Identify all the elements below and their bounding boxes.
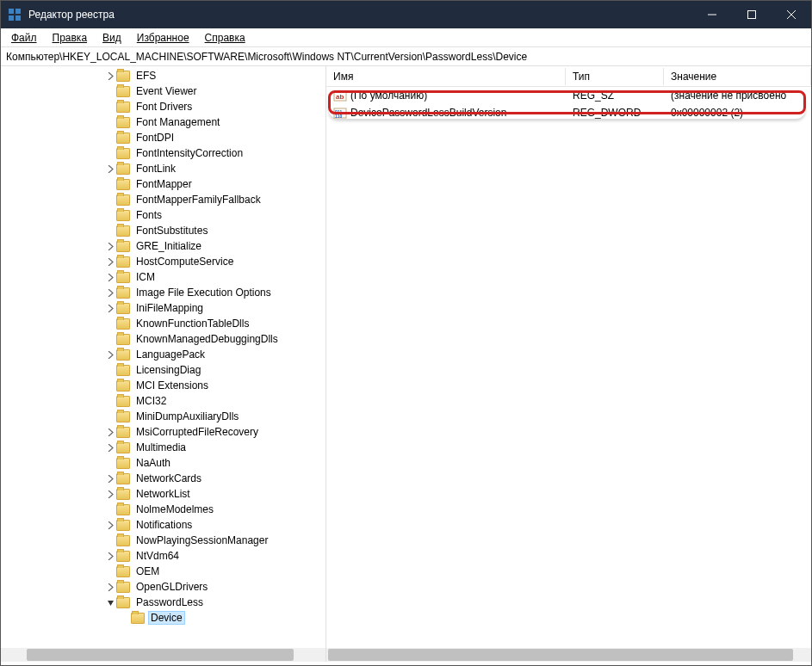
- folder-icon: [116, 458, 130, 469]
- folder-icon: [116, 241, 130, 252]
- chevron-right-icon[interactable]: [104, 289, 116, 297]
- tree-item[interactable]: FontMapper: [1, 176, 325, 192]
- tree-item[interactable]: MCI Extensions: [1, 378, 325, 393]
- tree-item[interactable]: MsiCorruptedFileRecovery: [1, 424, 325, 440]
- tree-item[interactable]: Font Management: [1, 114, 325, 130]
- column-name[interactable]: Имя: [326, 68, 566, 85]
- close-button[interactable]: [772, 1, 811, 28]
- chevron-right-icon[interactable]: [104, 351, 116, 359]
- chevron-down-icon[interactable]: [104, 599, 116, 607]
- tree-item[interactable]: FontLink: [1, 161, 325, 176]
- chevron-right-icon[interactable]: [104, 305, 116, 312]
- value-row[interactable]: ab(По умолчанию)REG_SZ(значение не присв…: [326, 87, 811, 104]
- menu-edit[interactable]: Правка: [46, 30, 95, 46]
- tree-item[interactable]: MiniDumpAuxiliaryDlls: [1, 409, 325, 424]
- folder-icon: [116, 380, 130, 392]
- chevron-right-icon[interactable]: [104, 72, 116, 80]
- tree-item[interactable]: FontDPI: [1, 130, 325, 145]
- tree-item[interactable]: EFS: [1, 68, 325, 83]
- column-type[interactable]: Тип: [566, 68, 664, 85]
- tree-item[interactable]: NetworkCards: [1, 471, 325, 486]
- menu-view[interactable]: Вид: [96, 30, 128, 46]
- value-data: 0x00000002 (2): [664, 107, 811, 119]
- tree-item[interactable]: FontMapperFamilyFallback: [1, 192, 325, 207]
- folder-icon: [116, 256, 130, 268]
- tree-item[interactable]: NaAuth: [1, 455, 325, 471]
- chevron-right-icon[interactable]: [104, 552, 116, 560]
- tree-item[interactable]: MCI32: [1, 393, 325, 409]
- address-bar[interactable]: Компьютер\HKEY_LOCAL_MACHINE\SOFTWARE\Mi…: [1, 47, 811, 66]
- folder-icon: [116, 303, 130, 314]
- tree-item[interactable]: Fonts: [1, 207, 325, 223]
- scrollbar-thumb[interactable]: [328, 649, 793, 661]
- values-hscrollbar[interactable]: [326, 648, 811, 662]
- folder-icon: [116, 210, 130, 221]
- tree-item[interactable]: GRE_Initialize: [1, 238, 325, 254]
- tree-item-label: MCI Extensions: [133, 379, 211, 392]
- menu-file[interactable]: Файл: [4, 30, 44, 46]
- tree-item[interactable]: HostComputeService: [1, 254, 325, 269]
- content: EFSEvent ViewerFont DriversFont Manageme…: [1, 66, 811, 662]
- tree-item-label: Notifications: [133, 518, 195, 532]
- chevron-right-icon[interactable]: [104, 583, 116, 591]
- column-value[interactable]: Значение: [664, 68, 811, 85]
- tree-item[interactable]: FontIntensityCorrection: [1, 145, 325, 161]
- tree-item[interactable]: NolmeModelmes: [1, 502, 325, 517]
- maximize-button[interactable]: [732, 1, 772, 28]
- folder-icon: [116, 102, 130, 113]
- tree-item[interactable]: LicensingDiag: [1, 362, 325, 378]
- folder-icon: [116, 86, 130, 97]
- tree-item[interactable]: Notifications: [1, 517, 325, 533]
- value-row[interactable]: 011110DevicePasswordLessBuildVersionREG_…: [326, 104, 811, 121]
- svg-rect-1: [15, 9, 21, 14]
- chevron-right-icon[interactable]: [104, 444, 116, 452]
- tree-item[interactable]: Device: [1, 610, 325, 626]
- tree-item[interactable]: NetworkList: [1, 486, 325, 502]
- tree-item[interactable]: OEM: [1, 564, 325, 579]
- folder-icon: [116, 272, 130, 283]
- folder-icon: [116, 194, 130, 206]
- tree-item-label: FontMapperFamilyFallback: [133, 193, 263, 207]
- tree-item[interactable]: IniFileMapping: [1, 300, 325, 316]
- minimize-button[interactable]: [692, 1, 732, 28]
- folder-icon: [116, 117, 130, 128]
- tree-item-label: NaAuth: [133, 456, 173, 470]
- tree-item-label: MsiCorruptedFileRecovery: [133, 425, 261, 439]
- tree-item-label: LicensingDiag: [133, 363, 203, 377]
- tree-item[interactable]: Event Viewer: [1, 83, 325, 99]
- tree-item[interactable]: Font Drivers: [1, 99, 325, 114]
- svg-rect-2: [9, 15, 14, 21]
- tree-item[interactable]: FontSubstitutes: [1, 223, 325, 238]
- tree-item[interactable]: NtVdm64: [1, 548, 325, 564]
- tree-item[interactable]: Multimedia: [1, 440, 325, 455]
- tree-item[interactable]: KnownFunctionTableDlls: [1, 316, 325, 331]
- tree-item[interactable]: Image File Execution Options: [1, 285, 325, 300]
- chevron-right-icon[interactable]: [104, 258, 116, 266]
- tree-item[interactable]: ICM: [1, 269, 325, 285]
- tree-item-label: NowPlayingSessionManager: [133, 533, 270, 547]
- value-type: REG_DWORD: [566, 107, 664, 119]
- chevron-right-icon[interactable]: [104, 165, 116, 173]
- tree-item-label: PasswordLess: [133, 595, 206, 609]
- chevron-right-icon[interactable]: [104, 274, 116, 281]
- titlebar: Редактор реестра: [1, 1, 811, 28]
- scrollbar-thumb[interactable]: [27, 649, 294, 661]
- tree-item[interactable]: NowPlayingSessionManager: [1, 533, 325, 548]
- chevron-right-icon[interactable]: [104, 475, 116, 483]
- tree-item[interactable]: KnownManagedDebuggingDlls: [1, 331, 325, 347]
- values-list[interactable]: ab(По умолчанию)REG_SZ(значение не присв…: [326, 87, 811, 121]
- chevron-right-icon[interactable]: [104, 521, 116, 529]
- registry-tree[interactable]: EFSEvent ViewerFont DriversFont Manageme…: [1, 66, 325, 648]
- chevron-right-icon[interactable]: [104, 243, 116, 250]
- tree-item[interactable]: LanguagePack: [1, 347, 325, 362]
- window-title: Редактор реестра: [28, 9, 115, 21]
- tree-hscrollbar[interactable]: [1, 648, 325, 662]
- app-icon: [8, 8, 22, 22]
- tree-item-label: Event Viewer: [133, 84, 199, 98]
- menu-favorites[interactable]: Избранное: [130, 30, 196, 46]
- chevron-right-icon[interactable]: [104, 490, 116, 498]
- tree-item[interactable]: PasswordLess: [1, 595, 325, 610]
- tree-item[interactable]: OpenGLDrivers: [1, 579, 325, 595]
- menu-help[interactable]: Справка: [198, 30, 252, 46]
- chevron-right-icon[interactable]: [104, 429, 116, 436]
